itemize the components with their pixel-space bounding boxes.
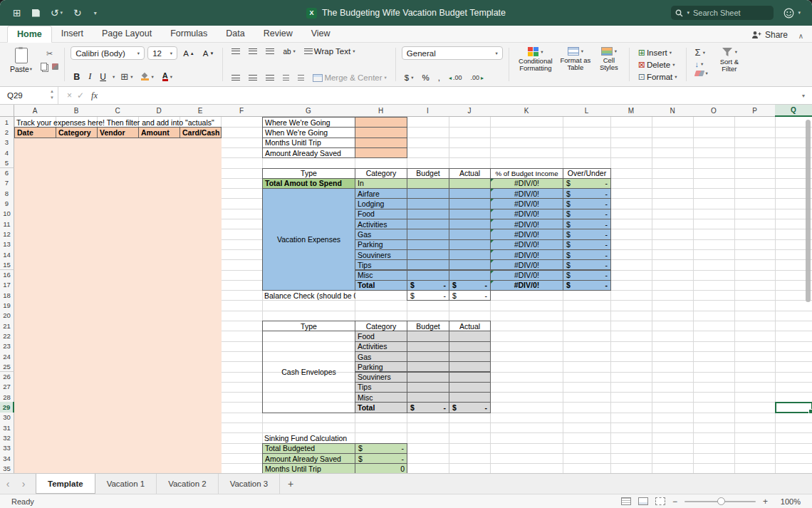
fill-button[interactable]: ↓▾ bbox=[692, 59, 711, 69]
cell-J23[interactable] bbox=[449, 341, 491, 352]
cell-I24[interactable] bbox=[407, 351, 449, 362]
formula-input[interactable] bbox=[105, 87, 802, 104]
toolbar-options-caret-icon[interactable]: ▾ bbox=[93, 10, 97, 16]
cell-K10[interactable]: #DIV/0! bbox=[490, 209, 563, 219]
column-header-G[interactable]: G bbox=[262, 105, 355, 117]
cell-L13[interactable]: $- bbox=[563, 239, 611, 250]
align-middle-button[interactable] bbox=[246, 48, 260, 55]
cell-B2[interactable]: Category bbox=[56, 127, 98, 138]
cell-H25[interactable]: Parking bbox=[355, 361, 407, 372]
sheet-tab-vacation-3[interactable]: Vacation 3 bbox=[219, 474, 281, 494]
row-header-31[interactable]: 31 bbox=[0, 423, 14, 433]
cell-K15[interactable]: #DIV/0! bbox=[490, 259, 563, 270]
borders-button[interactable]: ⊞▾ bbox=[118, 71, 135, 83]
row-header-30[interactable]: 30 bbox=[0, 413, 14, 423]
cell-J28[interactable] bbox=[449, 392, 491, 403]
increase-indent-button[interactable] bbox=[295, 74, 307, 81]
zoom-out-icon[interactable]: − bbox=[672, 497, 677, 507]
cell-J22[interactable] bbox=[449, 331, 491, 341]
cell-H8[interactable]: Airfare bbox=[355, 188, 407, 199]
row-header-33[interactable]: 33 bbox=[0, 443, 14, 454]
cell-J6[interactable]: Actual bbox=[449, 168, 491, 179]
cell-J9[interactable] bbox=[449, 198, 491, 209]
cell-K17[interactable]: #DIV/0! bbox=[490, 280, 563, 291]
column-header-L[interactable]: L bbox=[563, 105, 611, 117]
cell-I16[interactable] bbox=[407, 270, 449, 281]
cell-J13[interactable] bbox=[449, 239, 491, 250]
row-header-9[interactable]: 9 bbox=[0, 198, 14, 209]
sheet-tab-vacation-1[interactable]: Vacation 1 bbox=[95, 474, 157, 494]
cell-I14[interactable] bbox=[407, 249, 449, 260]
cell-J10[interactable] bbox=[449, 209, 491, 219]
row-header-13[interactable]: 13 bbox=[0, 239, 14, 250]
row-header-35[interactable]: 35 bbox=[0, 463, 14, 473]
cell-H11[interactable]: Activities bbox=[355, 219, 407, 229]
row-header-18[interactable]: 18 bbox=[0, 290, 14, 301]
bold-button[interactable]: B bbox=[71, 71, 83, 83]
cell-L6[interactable]: Over/Under bbox=[563, 168, 611, 179]
cell-G6[interactable]: Type bbox=[262, 168, 355, 179]
row-header-4[interactable]: 4 bbox=[0, 147, 14, 158]
cell-J15[interactable] bbox=[449, 259, 491, 270]
merge-center-button[interactable]: Merge & Center▾ bbox=[310, 73, 389, 83]
sheet-tab-vacation-2[interactable]: Vacation 2 bbox=[157, 474, 219, 494]
cell-L10[interactable]: $- bbox=[563, 209, 611, 219]
fill-color-button[interactable]: ▾ bbox=[138, 72, 156, 81]
format-painter-icon[interactable] bbox=[52, 63, 58, 71]
cell-G22[interactable]: Cash Envelopes bbox=[262, 331, 355, 413]
decrease-decimal-button[interactable]: .00▸ bbox=[467, 73, 486, 82]
cell-L9[interactable]: $- bbox=[563, 198, 611, 209]
cell-H13[interactable]: Parking bbox=[355, 239, 407, 250]
cell-H22[interactable]: Food bbox=[355, 331, 407, 341]
cell-H23[interactable]: Activities bbox=[355, 341, 407, 352]
row-header-22[interactable]: 22 bbox=[0, 331, 14, 341]
cell-J27[interactable] bbox=[449, 382, 491, 393]
cell-H6[interactable]: Category bbox=[355, 168, 407, 179]
cell-H21[interactable]: Category bbox=[355, 321, 407, 331]
feedback-button[interactable]: ▾ bbox=[784, 8, 801, 19]
cell-L8[interactable]: $- bbox=[563, 188, 611, 199]
insert-cells-button[interactable]: ⊞Insert▾ bbox=[635, 47, 680, 58]
cell-I29[interactable]: $- bbox=[407, 402, 449, 413]
cell-H16[interactable]: Misc bbox=[355, 270, 407, 281]
fill-handle[interactable] bbox=[808, 409, 812, 414]
number-format-select[interactable]: General▾ bbox=[402, 46, 503, 60]
cell-K11[interactable]: #DIV/0! bbox=[490, 219, 563, 229]
row-header-12[interactable]: 12 bbox=[0, 229, 14, 239]
cell-H14[interactable]: Souviners bbox=[355, 249, 407, 260]
format-cells-button[interactable]: ⊡Format▾ bbox=[635, 71, 680, 83]
increase-font-size-button[interactable]: A▲ bbox=[180, 48, 197, 58]
cell-H3[interactable] bbox=[355, 138, 407, 148]
column-header-N[interactable]: N bbox=[652, 105, 694, 117]
cell-H1[interactable] bbox=[355, 117, 407, 128]
search-box[interactable]: ▾ bbox=[671, 6, 774, 20]
copy-icon[interactable] bbox=[41, 63, 47, 71]
vertical-scrollbar[interactable] bbox=[806, 120, 811, 302]
row-header-28[interactable]: 28 bbox=[0, 392, 14, 403]
cell-H7[interactable]: In bbox=[355, 178, 407, 189]
column-header-O[interactable]: O bbox=[693, 105, 735, 117]
column-header-B[interactable]: B bbox=[56, 105, 98, 117]
paste-button[interactable]: Paste▾ bbox=[6, 46, 36, 75]
ribbon-tab-insert[interactable]: Insert bbox=[52, 26, 93, 42]
cell-K9[interactable]: #DIV/0! bbox=[490, 198, 563, 209]
row-header-25[interactable]: 25 bbox=[0, 361, 14, 372]
column-header-M[interactable]: M bbox=[610, 105, 652, 117]
column-header-P[interactable]: P bbox=[734, 105, 776, 117]
cell-H35[interactable]: 0 bbox=[355, 463, 407, 473]
row-header-8[interactable]: 8 bbox=[0, 188, 14, 199]
column-header-C[interactable]: C bbox=[97, 105, 139, 117]
decrease-font-size-button[interactable]: A▼ bbox=[200, 48, 217, 58]
row-header-7[interactable]: 7 bbox=[0, 178, 14, 189]
cell-H29[interactable]: Total bbox=[355, 402, 407, 413]
cell-D2[interactable]: Amount bbox=[138, 127, 180, 138]
align-top-button[interactable] bbox=[229, 48, 243, 55]
zoom-in-icon[interactable]: + bbox=[763, 497, 768, 507]
row-header-24[interactable]: 24 bbox=[0, 351, 14, 362]
spreadsheet-grid[interactable]: ABCDEFGHIJKLMNOPQ12345678910111213141516… bbox=[0, 105, 812, 473]
row-header-32[interactable]: 32 bbox=[0, 432, 14, 443]
cell-K8[interactable]: #DIV/0! bbox=[490, 188, 563, 199]
row-header-14[interactable]: 14 bbox=[0, 249, 14, 260]
cell-I27[interactable] bbox=[407, 382, 449, 393]
column-header-K[interactable]: K bbox=[490, 105, 563, 117]
